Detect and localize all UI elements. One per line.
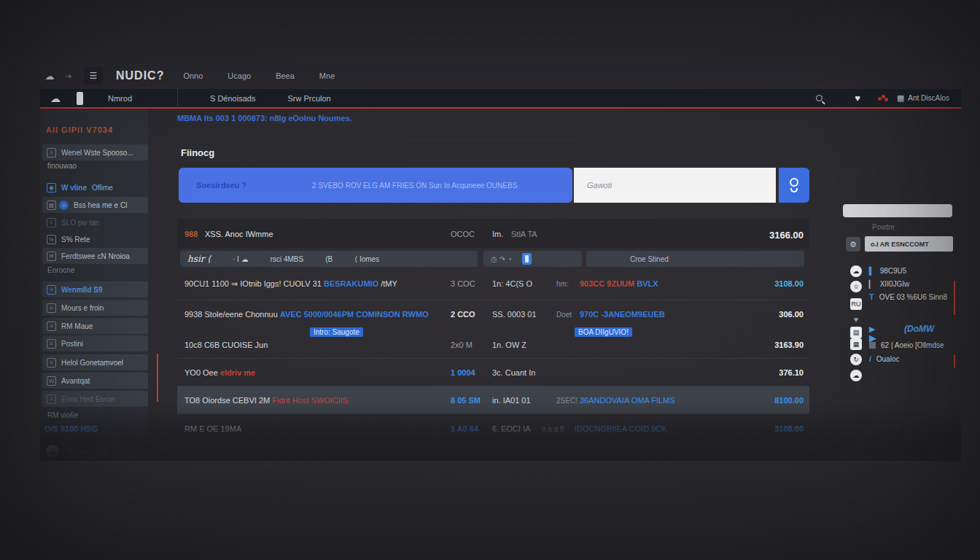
folder-icon[interactable]: ▤ (850, 327, 862, 338)
paw-icon[interactable] (878, 95, 887, 102)
panel-item-moals[interactable]: ▏ XII0JGIw (869, 280, 909, 288)
row-price: 8100.00 (774, 396, 804, 405)
sidebar-item-slo[interactable]: ≡ SLO pw tan (42, 214, 148, 230)
user-badge-icon: ☺ (59, 201, 69, 210)
sidebar-item-wenmlld[interactable]: ≡ Wenmlld S9 (42, 281, 148, 298)
back-arrow-icon[interactable]: ➜ (59, 71, 78, 81)
sidebar-item-postini[interactable]: ≡ Postini (42, 335, 148, 351)
brand-cloud-icon[interactable]: ☁ (50, 93, 61, 104)
bar-icon: ▍ (869, 267, 875, 275)
table-row[interactable]: 90CU1 1100 ⇒ IOtnib Iggs! CUOLV 31 BESRA… (177, 271, 809, 300)
row-price: 306.00 (779, 310, 804, 319)
table-row-highlighted[interactable]: TO8 Oiordse CEBVI 2M Fidrit Host SWOICII… (177, 386, 809, 414)
summary-qty: OCOC (451, 230, 475, 238)
sidebar-section-2: RM vio6e (47, 411, 78, 419)
promo-banner[interactable]: Soesirdseu ? 2 SVEBO ROV ELG AM FRIES ON… (179, 168, 572, 203)
document-icon: ≡ (47, 303, 56, 313)
sidebar-scrollbar[interactable] (157, 354, 158, 402)
menu-item-1[interactable]: Onno (183, 71, 203, 80)
document-icon: ≡ (47, 394, 56, 404)
filter-toggle-group[interactable]: ◷ ↷ ◔ (483, 251, 582, 267)
blue-toggle[interactable] (522, 253, 532, 265)
summary-code: 988 (184, 230, 198, 238)
apps-menu[interactable]: ▦ Ant DiscAlos (897, 93, 949, 103)
page-title: Fiinocg (181, 147, 214, 158)
panel-top-field[interactable] (843, 204, 952, 217)
table-row[interactable]: RM E OE 19MA 1 A0 64 6. EOCI IA o.a.a 8 … (177, 414, 809, 440)
menu-item-4[interactable]: Mne (319, 71, 335, 80)
photo-icon[interactable]: ▦ (850, 338, 862, 350)
notice-link[interactable]: MBMA Its 003 1 000873: n8lg eOolnu Noume… (177, 114, 352, 122)
sidebar-item-enron[interactable]: ≡ Eoos Hed Enron (42, 391, 148, 407)
table-row[interactable]: 10c8 C6B CUOISE Jun 2x0 M 1n. OW Z 3163.… (177, 330, 809, 359)
filter-ews-label[interactable]: rsci 4MBS (271, 255, 304, 263)
cloud-outline-icon[interactable]: ☁ (850, 370, 862, 381)
sidebar-link-os8100[interactable]: O/S 8100 HSG (44, 424, 98, 433)
title-band: Fiinocg (177, 142, 809, 165)
cloud-icon[interactable]: ☁ (850, 265, 862, 277)
filter-iomes-label[interactable]: ⟨ Iomes (354, 255, 379, 263)
panel-scrollbar[interactable] (954, 281, 955, 315)
sidebar-item-bss[interactable]: ▦ ☺ Bss hea me e Cl (42, 197, 148, 213)
sidebar-item-spooso[interactable]: ≡ Wenel Wste Spooso... (42, 144, 148, 160)
badge-icon[interactable]: RU (850, 298, 862, 310)
navbar-link-precision[interactable]: Srw Prculon (287, 94, 330, 103)
summary-time: Im. (492, 230, 503, 238)
row-price: 3108.00 (774, 279, 804, 288)
summary-name: XSS. Anoc IWmme (205, 230, 273, 238)
footer-user[interactable]: ☁ Ruonal Ize2 (46, 445, 106, 458)
summary-status: StlA TA (511, 230, 537, 238)
panel-item-queue[interactable]: T OVE 03 %6U6 Sinn8 (869, 292, 947, 301)
sidebar-header: AII GIPII V7034 (46, 125, 113, 134)
filter-bar[interactable]: hsir ⟨ · I ☁ rsci 4MBS (B ⟨ Iomes (180, 251, 478, 267)
sidebar-item-avantqat[interactable]: W Avantqat (42, 373, 148, 389)
sidebar-item-rmmaue[interactable]: ≡ RM Maue (42, 318, 148, 334)
account-row[interactable]: o.I AR ESNCCOMT (865, 236, 953, 252)
sidebar-item-offline[interactable]: ◈ W vline Oflime (42, 179, 148, 195)
cloud-icon[interactable]: ☁ (40, 71, 59, 82)
panel-link-domw[interactable]: (DoMW (904, 324, 934, 334)
menu-item-2[interactable]: Ucago (228, 71, 251, 80)
menu-item-3[interactable]: Beea (276, 71, 295, 80)
percent-icon: % (47, 235, 56, 244)
sidebar-item-helol[interactable]: ≡ Helol Gonetamvoel (42, 354, 148, 370)
search-input[interactable] (574, 168, 776, 203)
top-menu-bar: ☁ ➜ ☰ NUDIC? Onno Ucago Beea Mne (40, 64, 961, 88)
person-icon[interactable]: ☺ (850, 281, 862, 292)
summary-price: 3166.00 (769, 230, 804, 241)
heart-icon[interactable]: ♥ (850, 314, 862, 325)
account-icon[interactable]: ⚙ (846, 237, 860, 252)
filter-b-label[interactable]: (B (325, 255, 332, 263)
table-row[interactable]: 9938 Stole/eene Chonnuu AVEC 5000/0046PM… (177, 301, 809, 330)
filter-script-label[interactable]: hsir ⟨ (187, 254, 211, 264)
panel-item-backup[interactable]: ▍ 98C9U5 (869, 267, 906, 275)
user-avatar: ☁ (46, 445, 59, 458)
sidebar-item-mours[interactable]: ≡ Mours e froin (42, 300, 148, 316)
toggle-icons[interactable]: ◷ ↷ ◔ (491, 255, 512, 263)
search-submit-button[interactable] (779, 168, 809, 203)
filter-cloud-label[interactable]: · I ☁ (233, 255, 249, 263)
person-icon (790, 178, 798, 187)
search-icon[interactable] (816, 95, 822, 101)
hamburger-menu-icon[interactable]: ☰ (84, 67, 103, 85)
sidebar-section-1: Eorocne (47, 266, 74, 274)
table-row[interactable]: YO0 Oee eldriv me 1 0004 3c. Cuant In 37… (177, 359, 809, 386)
panel-scrollbar[interactable] (954, 355, 955, 368)
row-price: 3163.90 (774, 341, 804, 349)
navbar-link-downloads[interactable]: S Dénoisads (210, 94, 255, 103)
panel-item-aoeio[interactable]: 62 | Aoeio [Ollmdse (869, 341, 944, 349)
refresh-icon[interactable]: ↻ (850, 354, 862, 365)
document-icon: ≡ (47, 322, 56, 331)
navbar-divider (177, 88, 178, 108)
t-icon: T (869, 292, 874, 301)
sidebar-item-rete[interactable]: % S% Rete (42, 231, 148, 247)
summary-row[interactable]: 988 XSS. Anoc IWmme OCOC Im. StlA TA 316… (177, 219, 809, 248)
sidebar-item-notes[interactable]: ✉ Ferdtswee cN Nroioa (42, 248, 148, 264)
panel-item-oualoc[interactable]: i Oualoc (869, 355, 899, 363)
apps-label: Ant DiscAlos (908, 94, 949, 102)
badge-icon: W (47, 376, 56, 386)
heart-icon[interactable]: ♥ (855, 93, 860, 104)
filter-dropdown-croe-stined[interactable]: Croe Stined (586, 251, 804, 267)
sidebar-item-sub: finouwao (47, 162, 77, 170)
navbar-brand[interactable]: Nmrod (108, 94, 132, 103)
